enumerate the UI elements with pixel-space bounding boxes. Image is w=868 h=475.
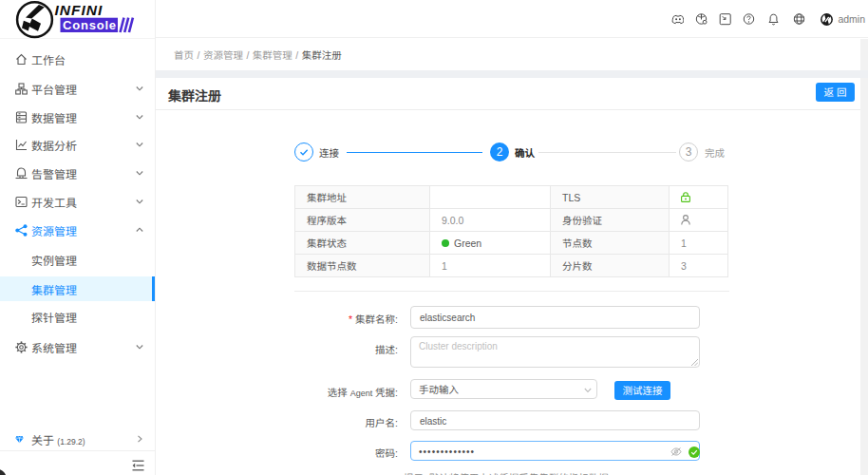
svg-text:Console: Console bbox=[63, 18, 117, 32]
svg-text:INFINI: INFINI bbox=[55, 2, 104, 18]
